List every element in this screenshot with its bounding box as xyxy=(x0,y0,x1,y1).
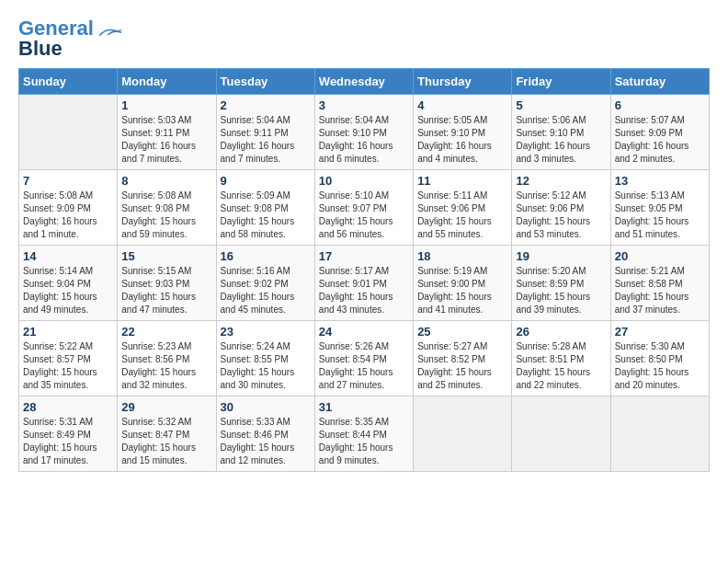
day-info: Sunrise: 5:04 AMSunset: 9:10 PMDaylight:… xyxy=(319,114,409,166)
day-info: Sunrise: 5:26 AMSunset: 8:54 PMDaylight:… xyxy=(319,340,409,392)
weekday-header-row: SundayMondayTuesdayWednesdayThursdayFrid… xyxy=(19,69,710,95)
day-info: Sunrise: 5:17 AMSunset: 9:01 PMDaylight:… xyxy=(319,265,409,316)
day-info: Sunrise: 5:32 AMSunset: 8:47 PMDaylight:… xyxy=(121,416,211,467)
day-number: 15 xyxy=(121,249,211,263)
day-info: Sunrise: 5:09 AMSunset: 9:08 PMDaylight:… xyxy=(221,190,311,241)
day-number: 10 xyxy=(319,174,409,188)
calendar-cell: 24 Sunrise: 5:26 AMSunset: 8:54 PMDaylig… xyxy=(314,321,413,396)
calendar-cell: 8 Sunrise: 5:08 AMSunset: 9:08 PMDayligh… xyxy=(118,170,216,246)
day-info: Sunrise: 5:14 AMSunset: 9:04 PMDaylight:… xyxy=(23,265,113,316)
day-info: Sunrise: 5:13 AMSunset: 9:05 PMDaylight:… xyxy=(615,190,705,241)
day-number: 12 xyxy=(516,174,606,188)
day-number: 26 xyxy=(516,325,606,339)
day-info: Sunrise: 5:08 AMSunset: 9:08 PMDaylight:… xyxy=(121,190,211,241)
day-number: 22 xyxy=(121,325,211,339)
calendar-cell xyxy=(414,396,512,472)
weekday-header-wednesday: Wednesday xyxy=(314,69,413,95)
day-info: Sunrise: 5:28 AMSunset: 8:51 PMDaylight:… xyxy=(516,340,606,392)
calendar-cell: 28 Sunrise: 5:31 AMSunset: 8:49 PMDaylig… xyxy=(19,396,118,472)
calendar-cell: 27 Sunrise: 5:30 AMSunset: 8:50 PMDaylig… xyxy=(610,321,709,396)
calendar-cell: 7 Sunrise: 5:08 AMSunset: 9:09 PMDayligh… xyxy=(19,170,118,246)
day-info: Sunrise: 5:23 AMSunset: 8:56 PMDaylight:… xyxy=(121,340,211,392)
day-info: Sunrise: 5:15 AMSunset: 9:03 PMDaylight:… xyxy=(121,265,211,316)
calendar-cell: 14 Sunrise: 5:14 AMSunset: 9:04 PMDaylig… xyxy=(19,246,118,321)
day-number: 4 xyxy=(417,98,507,112)
weekday-header-sunday: Sunday xyxy=(19,69,118,95)
calendar-cell: 20 Sunrise: 5:21 AMSunset: 8:58 PMDaylig… xyxy=(610,246,709,321)
calendar-cell: 17 Sunrise: 5:17 AMSunset: 9:01 PMDaylig… xyxy=(314,246,413,321)
day-info: Sunrise: 5:08 AMSunset: 9:09 PMDaylight:… xyxy=(23,190,113,241)
day-number: 28 xyxy=(23,400,113,414)
calendar-cell: 12 Sunrise: 5:12 AMSunset: 9:06 PMDaylig… xyxy=(512,170,610,246)
day-number: 2 xyxy=(221,98,311,112)
calendar-week-5: 28 Sunrise: 5:31 AMSunset: 8:49 PMDaylig… xyxy=(19,396,710,472)
calendar-cell: 2 Sunrise: 5:04 AMSunset: 9:11 PMDayligh… xyxy=(216,95,314,170)
calendar-cell xyxy=(512,396,610,472)
day-number: 5 xyxy=(516,98,606,112)
calendar-week-3: 14 Sunrise: 5:14 AMSunset: 9:04 PMDaylig… xyxy=(19,246,710,321)
calendar-cell: 3 Sunrise: 5:04 AMSunset: 9:10 PMDayligh… xyxy=(314,95,413,170)
day-info: Sunrise: 5:10 AMSunset: 9:07 PMDaylight:… xyxy=(319,190,409,241)
day-number: 13 xyxy=(615,174,705,188)
calendar-cell: 31 Sunrise: 5:35 AMSunset: 8:44 PMDaylig… xyxy=(314,396,413,472)
day-number: 11 xyxy=(417,174,507,188)
day-number: 17 xyxy=(319,249,409,263)
day-info: Sunrise: 5:31 AMSunset: 8:49 PMDaylight:… xyxy=(23,416,113,467)
day-number: 7 xyxy=(23,174,113,188)
day-number: 6 xyxy=(615,98,705,112)
day-number: 9 xyxy=(221,174,311,188)
day-number: 8 xyxy=(121,174,211,188)
calendar-cell: 16 Sunrise: 5:16 AMSunset: 9:02 PMDaylig… xyxy=(216,246,314,321)
calendar-week-2: 7 Sunrise: 5:08 AMSunset: 9:09 PMDayligh… xyxy=(19,170,710,246)
calendar-cell: 30 Sunrise: 5:33 AMSunset: 8:46 PMDaylig… xyxy=(216,396,314,472)
day-number: 31 xyxy=(319,400,409,414)
day-info: Sunrise: 5:24 AMSunset: 8:55 PMDaylight:… xyxy=(221,340,311,392)
day-info: Sunrise: 5:16 AMSunset: 9:02 PMDaylight:… xyxy=(221,265,311,316)
day-info: Sunrise: 5:30 AMSunset: 8:50 PMDaylight:… xyxy=(615,340,705,392)
day-info: Sunrise: 5:05 AMSunset: 9:10 PMDaylight:… xyxy=(417,114,507,166)
day-number: 18 xyxy=(417,249,507,263)
calendar-cell: 5 Sunrise: 5:06 AMSunset: 9:10 PMDayligh… xyxy=(512,95,610,170)
day-info: Sunrise: 5:35 AMSunset: 8:44 PMDaylight:… xyxy=(319,416,409,467)
page-header: GeneralBlue xyxy=(18,18,710,59)
weekday-header-friday: Friday xyxy=(512,69,610,95)
calendar-cell: 29 Sunrise: 5:32 AMSunset: 8:47 PMDaylig… xyxy=(118,396,216,472)
calendar-table: SundayMondayTuesdayWednesdayThursdayFrid… xyxy=(18,68,710,472)
logo: GeneralBlue xyxy=(18,18,123,59)
calendar-cell: 10 Sunrise: 5:10 AMSunset: 9:07 PMDaylig… xyxy=(314,170,413,246)
calendar-cell: 15 Sunrise: 5:15 AMSunset: 9:03 PMDaylig… xyxy=(118,246,216,321)
day-info: Sunrise: 5:19 AMSunset: 9:00 PMDaylight:… xyxy=(417,265,507,316)
day-info: Sunrise: 5:11 AMSunset: 9:06 PMDaylight:… xyxy=(417,190,507,241)
calendar-cell: 13 Sunrise: 5:13 AMSunset: 9:05 PMDaylig… xyxy=(610,170,709,246)
weekday-header-thursday: Thursday xyxy=(414,69,512,95)
calendar-cell: 18 Sunrise: 5:19 AMSunset: 9:00 PMDaylig… xyxy=(414,246,512,321)
day-number: 1 xyxy=(121,98,211,112)
day-info: Sunrise: 5:22 AMSunset: 8:57 PMDaylight:… xyxy=(23,340,113,392)
calendar-cell: 22 Sunrise: 5:23 AMSunset: 8:56 PMDaylig… xyxy=(118,321,216,396)
day-number: 14 xyxy=(23,249,113,263)
day-number: 21 xyxy=(23,325,113,339)
weekday-header-monday: Monday xyxy=(118,69,216,95)
day-info: Sunrise: 5:33 AMSunset: 8:46 PMDaylight:… xyxy=(221,416,311,467)
calendar-cell: 25 Sunrise: 5:27 AMSunset: 8:52 PMDaylig… xyxy=(414,321,512,396)
day-info: Sunrise: 5:20 AMSunset: 8:59 PMDaylight:… xyxy=(516,265,606,316)
day-number: 20 xyxy=(615,249,705,263)
day-number: 30 xyxy=(221,400,311,414)
day-number: 29 xyxy=(121,400,211,414)
calendar-cell: 6 Sunrise: 5:07 AMSunset: 9:09 PMDayligh… xyxy=(610,95,709,170)
day-info: Sunrise: 5:03 AMSunset: 9:11 PMDaylight:… xyxy=(121,114,211,166)
calendar-cell: 21 Sunrise: 5:22 AMSunset: 8:57 PMDaylig… xyxy=(19,321,118,396)
calendar-week-1: 1 Sunrise: 5:03 AMSunset: 9:11 PMDayligh… xyxy=(19,95,710,170)
day-number: 25 xyxy=(417,325,507,339)
logo-icon xyxy=(96,26,123,42)
day-number: 16 xyxy=(221,249,311,263)
weekday-header-tuesday: Tuesday xyxy=(216,69,314,95)
calendar-cell: 9 Sunrise: 5:09 AMSunset: 9:08 PMDayligh… xyxy=(216,170,314,246)
calendar-week-4: 21 Sunrise: 5:22 AMSunset: 8:57 PMDaylig… xyxy=(19,321,710,396)
calendar-cell: 19 Sunrise: 5:20 AMSunset: 8:59 PMDaylig… xyxy=(512,246,610,321)
logo-text: GeneralBlue xyxy=(18,18,94,59)
calendar-cell: 11 Sunrise: 5:11 AMSunset: 9:06 PMDaylig… xyxy=(414,170,512,246)
day-number: 23 xyxy=(221,325,311,339)
day-number: 3 xyxy=(319,98,409,112)
day-number: 19 xyxy=(516,249,606,263)
